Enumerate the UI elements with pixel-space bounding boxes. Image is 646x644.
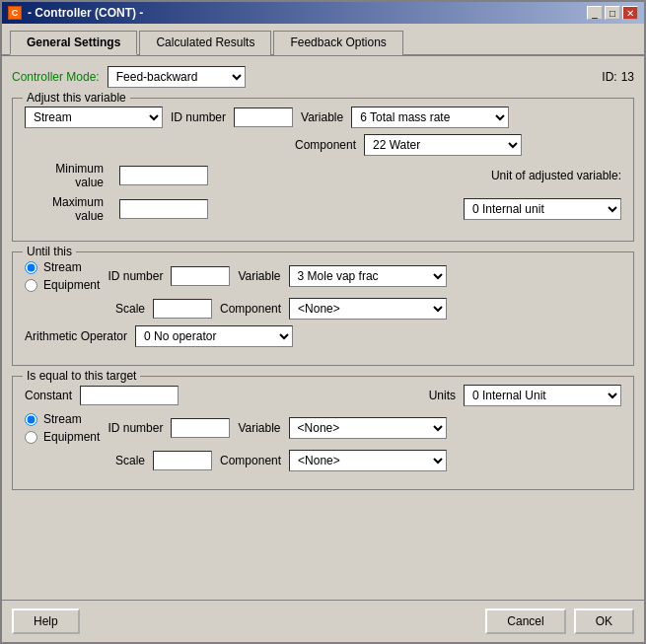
until-stream-label: Stream	[43, 260, 82, 274]
equal-variable-select[interactable]: <None>	[289, 417, 447, 439]
equal-constant-label: Constant	[25, 389, 72, 402]
adjust-variable-select[interactable]: 6 Total mass rate 1 Temperature 2 Pressu…	[351, 107, 509, 128]
adjust-id-label: ID number	[171, 110, 226, 124]
until-scale-row: Scale Component <None>	[25, 298, 621, 320]
cancel-button[interactable]: Cancel	[485, 608, 565, 634]
until-variable-label: Variable	[238, 269, 280, 283]
window-title: - Controller (CONT) -	[28, 6, 143, 20]
equal-equipment-radio-row: Equipment	[25, 430, 100, 444]
until-variable-select[interactable]: 3 Mole vap frac 1 Temperature 2 Pressure	[289, 265, 447, 287]
adjust-stream-select[interactable]: Stream Equipment	[25, 107, 163, 128]
adjust-unit-select[interactable]: 0 Internal unit 1 User unit	[464, 198, 621, 220]
tab-calculated-results[interactable]: Calculated Results	[139, 31, 271, 55]
tab-feedback-options[interactable]: Feedback Options	[273, 31, 402, 55]
window-icon: C	[8, 6, 22, 20]
id-value: 13	[621, 70, 634, 84]
until-stream-radio[interactable]	[25, 261, 37, 274]
adjust-min-input[interactable]: 1000	[119, 166, 208, 185]
close-button[interactable]: ✕	[622, 6, 638, 20]
until-equipment-radio-row: Equipment	[25, 278, 100, 292]
equal-units-label: Units	[429, 389, 456, 402]
adjust-min-row: Minimum value 1000 Unit of adjusted vari…	[25, 162, 621, 189]
until-component-select[interactable]: <None>	[289, 298, 447, 320]
equal-id-input[interactable]	[171, 418, 230, 438]
equal-constant-input[interactable]: 0.0001	[80, 386, 179, 405]
controller-mode-row: Controller Mode: Feed-backward Feed-forw…	[12, 66, 634, 88]
equal-radio-group: Stream Equipment	[25, 412, 100, 444]
ok-button[interactable]: OK	[574, 608, 634, 634]
title-bar: C - Controller (CONT) - _ □ ✕	[2, 2, 644, 24]
until-arithmetic-select[interactable]: 0 No operator 1 Add 2 Subtract	[135, 325, 293, 347]
controller-mode-select[interactable]: Feed-backward Feed-forward	[108, 66, 246, 88]
adjust-id-input[interactable]: 23	[234, 107, 293, 127]
until-scale-input[interactable]	[153, 299, 212, 319]
adjust-component-row: Component 22 Water <None>	[25, 134, 621, 156]
until-component-label: Component	[220, 302, 281, 316]
equal-stream-radio[interactable]	[25, 413, 37, 426]
adjust-variable-title: Adjust this variable	[23, 91, 130, 105]
adjust-max-row: Maximum value 5000 0 Internal unit 1 Use…	[25, 195, 621, 223]
tab-general-settings[interactable]: General Settings	[10, 31, 137, 55]
equal-component-select[interactable]: <None>	[289, 450, 447, 471]
equal-target-title: Is equal to this target	[23, 369, 140, 383]
adjust-max-input[interactable]: 5000	[119, 199, 208, 219]
equal-units-select[interactable]: 0 Internal Unit 1 User Unit	[464, 385, 621, 406]
content-area: Controller Mode: Feed-backward Feed-forw…	[2, 56, 644, 600]
adjust-stream-row: Stream Equipment ID number 23 Variable 6…	[25, 107, 621, 128]
maximize-button[interactable]: □	[605, 6, 620, 20]
until-id-label: ID number	[108, 269, 163, 283]
right-buttons: Cancel OK	[485, 608, 634, 634]
until-equipment-radio[interactable]	[25, 279, 37, 292]
bottom-bar: Help Cancel OK	[2, 600, 644, 642]
until-arithmetic-label: Arithmetic Operator	[25, 329, 127, 343]
until-group: Until this Stream Equipment ID number 24…	[12, 251, 634, 366]
until-stream-radio-row: Stream	[25, 260, 100, 274]
equal-stream-label: Stream	[43, 412, 82, 426]
equal-scale-row: Scale Component <None>	[25, 450, 621, 471]
equal-stream-radio-row: Stream	[25, 412, 100, 426]
adjust-unit-label: Unit of adjusted variable:	[491, 169, 621, 182]
until-id-input[interactable]: 24	[171, 266, 230, 286]
adjust-max-label: Maximum value	[25, 195, 104, 223]
adjust-component-select[interactable]: 22 Water <None>	[364, 134, 522, 156]
until-scale-label: Scale	[115, 302, 145, 316]
adjust-min-label: Minimum value	[25, 162, 104, 189]
equal-radios: Stream Equipment ID number Variable <Non…	[25, 412, 621, 444]
adjust-component-label: Component	[295, 138, 356, 152]
main-window: C - Controller (CONT) - _ □ ✕ General Se…	[0, 0, 646, 644]
controller-mode-label: Controller Mode:	[12, 70, 100, 84]
until-arithmetic-row: Arithmetic Operator 0 No operator 1 Add …	[25, 325, 621, 347]
equal-component-label: Component	[220, 454, 281, 467]
until-title: Until this	[23, 245, 76, 258]
equal-scale-label: Scale	[115, 454, 145, 467]
equal-constant-row: Constant 0.0001 Units 0 Internal Unit 1 …	[25, 385, 621, 406]
equal-scale-input[interactable]	[153, 451, 212, 470]
equal-equipment-radio[interactable]	[25, 431, 37, 444]
until-equipment-label: Equipment	[43, 278, 100, 292]
id-label: ID:	[602, 70, 616, 84]
tab-bar: General Settings Calculated Results Feed…	[2, 24, 644, 56]
adjust-variable-group: Adjust this variable Stream Equipment ID…	[12, 98, 634, 242]
help-button[interactable]: Help	[12, 608, 80, 634]
equal-variable-label: Variable	[238, 421, 280, 435]
adjust-variable-label: Variable	[301, 110, 343, 124]
equal-id-label: ID number	[108, 421, 163, 435]
equal-target-group: Is equal to this target Constant 0.0001 …	[12, 376, 634, 490]
until-radios: Stream Equipment ID number 24 Variable 3…	[25, 260, 621, 292]
title-buttons: _ □ ✕	[587, 6, 638, 20]
minimize-button[interactable]: _	[587, 6, 603, 20]
until-radio-group: Stream Equipment	[25, 260, 100, 292]
equal-equipment-label: Equipment	[43, 430, 100, 444]
